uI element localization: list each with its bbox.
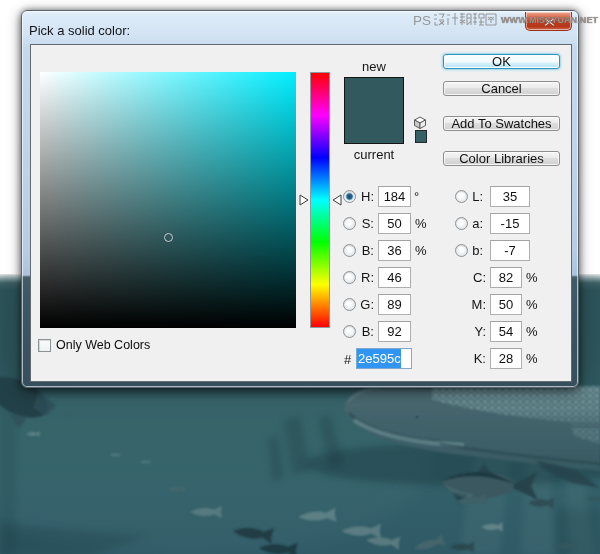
svg-text:PS: PS (413, 13, 431, 28)
